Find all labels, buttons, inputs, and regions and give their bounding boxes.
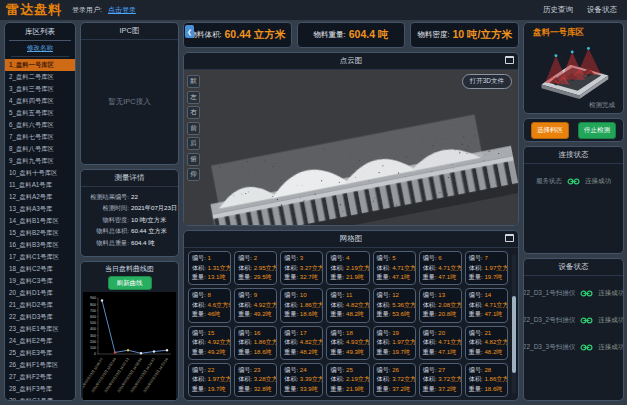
grid-cell-label: 编号:: [284, 329, 300, 336]
grid-cell-line: 编号: 25: [330, 366, 365, 375]
grid-cell[interactable]: 编号: 17体积: 4.82立方米重量: 48.2吨: [280, 326, 323, 360]
sidebar-item[interactable]: 9_盘料九号库区: [5, 155, 75, 167]
grid-cell[interactable]: 编号: 9体积: 4.92立方米重量: 49.2吨: [234, 288, 277, 322]
daily-curve-panel: 当日盘料曲线图 刷新曲线 010020030040050060070080090…: [80, 261, 179, 401]
grid-cell[interactable]: 编号: 21体积: 4.82立方米重量: 48.2吨: [465, 326, 508, 360]
grid-cell-line: 体积: 4.82立方米: [284, 338, 319, 347]
grid-cell[interactable]: 编号: 16体积: 1.86立方米重量: 18.6吨: [234, 326, 277, 360]
sidebar-item[interactable]: 2_盘料二号库区: [5, 71, 75, 83]
grid-cell[interactable]: 编号: 13体积: 2.08立方米重量: 20.8吨: [419, 288, 462, 322]
sidebar-item[interactable]: 15_盘料B2号库区: [5, 227, 75, 239]
grid-cell[interactable]: 编号: 27体积: 3.72立方米重量: 37.2吨: [419, 363, 462, 397]
grid-cell-label: 编号:: [192, 254, 208, 261]
grid-cell-value: 47.1吨: [438, 273, 456, 280]
grid-cell[interactable]: 编号: 12体积: 5.36立方米重量: 53.6吨: [373, 288, 416, 322]
grid-cell[interactable]: 编号: 24体积: 3.39立方米重量: 33.9吨: [280, 363, 323, 397]
sidebar-item[interactable]: 13_盘料A3号库: [5, 203, 75, 215]
grid-cell-value: 18.6吨: [484, 385, 502, 392]
sidebar-item[interactable]: 19_盘料C3号库: [5, 275, 75, 287]
sidebar-item[interactable]: 24_盘料E2号库: [5, 335, 75, 347]
sidebar-item[interactable]: 17_盘料C1号库区: [5, 251, 75, 263]
grid-cell-value: 2: [254, 254, 257, 261]
sidebar-item[interactable]: 16_盘料B3号库区: [5, 239, 75, 251]
sidebar-item[interactable]: 5_盘料五号库区: [5, 107, 75, 119]
sidebar-item[interactable]: 27_盘料F2号库: [5, 371, 75, 383]
login-link[interactable]: 点击登录: [108, 5, 136, 15]
stop-detection-button[interactable]: 停止检测: [578, 122, 616, 139]
grid-cell-label: 重量:: [423, 348, 439, 355]
maximize-icon[interactable]: [505, 234, 514, 242]
grid-cell[interactable]: 编号: 14体积: 4.71立方米重量: 47.1吨: [465, 288, 508, 322]
maximize-icon[interactable]: [505, 56, 514, 64]
grid-cell-line: 编号: 19: [377, 329, 412, 338]
sidebar-item[interactable]: 25_盘料E3号库: [5, 347, 75, 359]
sidebar-item[interactable]: 6_盘料六号库区: [5, 119, 75, 131]
point-cloud-viewport[interactable]: 默左右前后俯仰 打开3D文件: [184, 70, 518, 225]
grid-cell[interactable]: 编号: 26体积: 3.72立方米重量: 37.2吨: [373, 363, 416, 397]
sidebar-item[interactable]: 22_盘料D3号库: [5, 311, 75, 323]
grid-cell-line: 体积: 1.97立方米: [377, 338, 412, 347]
grid-cell[interactable]: 编号: 25体积: 2.19立方米重量: 21.9吨: [326, 363, 369, 397]
sidebar-item[interactable]: 14_盘料B1号库区: [5, 215, 75, 227]
view-button-前[interactable]: 前: [187, 122, 200, 135]
grid-scrollbar-thumb[interactable]: [512, 296, 516, 373]
grid-cell[interactable]: 编号: 5体积: 4.71立方米重量: 47.1吨: [373, 251, 416, 285]
grid-cell[interactable]: 编号: 8体积: 4.6立方米重量: 46吨: [188, 288, 231, 322]
rename-link[interactable]: 修改名称: [11, 41, 69, 57]
grid-cell[interactable]: 编号: 11体积: 4.82立方米重量: 48.2吨: [326, 288, 369, 322]
sidebar-item[interactable]: 3_盘料三号库区: [5, 83, 75, 95]
sidebar-item[interactable]: 11_盘料A1号库: [5, 179, 75, 191]
grid-cell-value: 22: [208, 366, 215, 373]
sidebar-item[interactable]: 10_盘料十号库区: [5, 167, 75, 179]
point-cloud-panel: 点云图 默左右前后俯仰 打开3D文件: [183, 52, 519, 226]
grid-cell-line: 重量: 37.2吨: [377, 385, 412, 394]
grid-cell[interactable]: 编号: 3体积: 3.27立方米重量: 32.7吨: [280, 251, 323, 285]
grid-cell[interactable]: 编号: 2体积: 2.95立方米重量: 29.5吨: [234, 251, 277, 285]
top-bar: 雷达盘料 登录用户: 点击登录 历史查询 设备状态: [0, 0, 627, 20]
grid-cell-value: 48.2吨: [484, 348, 502, 355]
grid-cell-line: 重量: 19.7吨: [192, 385, 227, 394]
sidebar-item[interactable]: 20_盘料D1号库: [5, 287, 75, 299]
grid-cell-label: 体积:: [469, 301, 485, 308]
grid-cell-label: 重量:: [469, 385, 485, 392]
sidebar-item[interactable]: 12_盘料A2号库: [5, 191, 75, 203]
grid-cell[interactable]: 编号: 18体积: 4.93立方米重量: 49.3吨: [326, 326, 369, 360]
refresh-curve-button[interactable]: 刷新曲线: [108, 276, 152, 290]
view-button-右[interactable]: 右: [187, 106, 200, 119]
grid-cell[interactable]: 编号: 22体积: 1.97立方米重量: 19.7吨: [188, 363, 231, 397]
grid-cell-value: 10: [300, 291, 307, 298]
grid-cell[interactable]: 编号: 10体积: 1.86立方米重量: 18.6吨: [280, 288, 323, 322]
grid-cell-value: 14: [484, 291, 491, 298]
grid-cell-label: 重量:: [377, 348, 393, 355]
grid-cell[interactable]: 编号: 23体积: 3.28立方米重量: 32.8吨: [234, 363, 277, 397]
sidebar-item[interactable]: 1_盘料一号库区: [5, 59, 75, 71]
sidebar-item[interactable]: 23_盘料E1号库区: [5, 323, 75, 335]
history-query-button[interactable]: 历史查询: [539, 3, 577, 17]
grid-cell[interactable]: 编号: 28体积: 1.86立方米重量: 18.6吨: [465, 363, 508, 397]
sidebar-item[interactable]: 28_盘料F3号库: [5, 383, 75, 395]
sidebar-item[interactable]: 4_盘料四号库区: [5, 95, 75, 107]
sidebar-item[interactable]: 29_盘料G1号库: [5, 395, 75, 400]
collapse-left-icon[interactable]: ❮: [185, 25, 194, 38]
view-button-俯[interactable]: 俯: [187, 153, 200, 166]
grid-cell[interactable]: 编号: 6体积: 4.71立方米重量: 47.1吨: [419, 251, 462, 285]
device-status-button[interactable]: 设备状态: [583, 3, 621, 17]
view-button-左[interactable]: 左: [187, 91, 200, 104]
sidebar-item[interactable]: 18_盘料C2号库: [5, 263, 75, 275]
select-area-button[interactable]: 选择料区: [531, 122, 569, 139]
sidebar-item[interactable]: 8_盘料八号库区: [5, 143, 75, 155]
sidebar-item[interactable]: 7_盘料七号库区: [5, 131, 75, 143]
grid-cell[interactable]: 编号: 19体积: 1.97立方米重量: 19.7吨: [373, 326, 416, 360]
view-button-仰[interactable]: 仰: [187, 168, 200, 181]
open-3d-file-button[interactable]: 打开3D文件: [462, 74, 512, 89]
view-button-后[interactable]: 后: [187, 137, 200, 150]
grid-cell[interactable]: 编号: 20体积: 4.71立方米重量: 47.1吨: [419, 326, 462, 360]
grid-cell[interactable]: 编号: 15体积: 4.92立方米重量: 49.2吨: [188, 326, 231, 360]
sidebar-item[interactable]: 21_盘料D2号库: [5, 299, 75, 311]
view-button-默[interactable]: 默: [187, 75, 200, 88]
grid-cell[interactable]: 编号: 7体积: 1.97立方米重量: 19.7吨: [465, 251, 508, 285]
sidebar-item[interactable]: 26_盘料F1号库区: [5, 359, 75, 371]
ipc-panel-title: IPC图: [81, 23, 178, 40]
grid-cell[interactable]: 编号: 4体积: 2.19立方米重量: 21.9吨: [326, 251, 369, 285]
grid-cell[interactable]: 编号: 1体积: 1.31立方米重量: 13.1吨: [188, 251, 231, 285]
